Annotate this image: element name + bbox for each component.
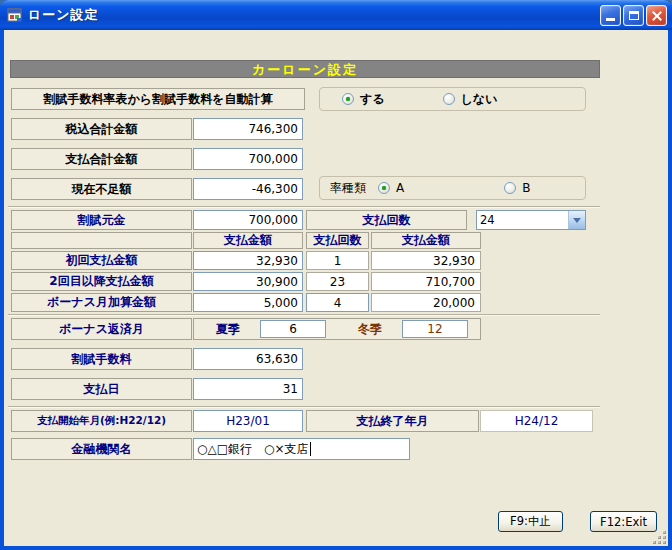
exit-button[interactable]: F12:Exit [590, 511, 657, 532]
radio-no[interactable] [443, 93, 455, 105]
radio-yes-label: する [360, 91, 385, 108]
total-incl-tax-label: 税込合計金額 [11, 118, 192, 140]
close-button[interactable] [646, 5, 667, 26]
close-icon [651, 10, 663, 22]
bank-name-label: 金融機関名 [11, 438, 192, 460]
chevron-down-icon [573, 218, 581, 223]
total-payment-label: 支払合計金額 [11, 148, 192, 170]
text-cursor [310, 442, 311, 456]
rate-a-label: A [396, 181, 404, 195]
winter-label: 冬季 [342, 320, 398, 338]
table-corner-cell [11, 232, 192, 249]
rate-type-label: 率種類 [330, 180, 366, 197]
app-icon [7, 7, 23, 23]
principal-label: 割賦元金 [11, 210, 192, 230]
first-payment-count: 1 [306, 251, 369, 270]
first-payment-label: 初回支払金額 [11, 251, 192, 270]
col-count-header: 支払回数 [306, 232, 369, 249]
window-title: ローン設定 [28, 6, 99, 24]
installment-fee-value[interactable]: 63,630 [193, 348, 303, 370]
subsequent-payment-label: 2回目以降支払金額 [11, 272, 192, 291]
rate-b-label: B [522, 181, 530, 195]
total-incl-tax-value[interactable]: 746,300 [193, 118, 303, 140]
bank-name-text: ○△□銀行 ○×支店 [197, 441, 309, 458]
bonus-addition-total: 20,000 [371, 293, 481, 312]
loan-settings-window: ローン設定 カーローン設定 割賦手数料率表から割賦手数料を自動計算 する しない… [0, 0, 672, 550]
principal-value[interactable]: 700,000 [193, 210, 303, 230]
separator [8, 314, 600, 316]
col-amount-header: 支払金額 [193, 232, 303, 249]
first-payment-amount[interactable]: 32,930 [193, 251, 303, 270]
col-total-header: 支払金額 [371, 232, 481, 249]
payment-day-label: 支払日 [11, 378, 192, 400]
combo-dropdown-button[interactable] [568, 211, 585, 229]
rate-type-group: 率種類 A B [319, 176, 586, 200]
maximize-button[interactable] [623, 5, 644, 26]
first-payment-total: 32,930 [371, 251, 481, 270]
auto-calc-radio-group: する しない [319, 87, 586, 111]
bonus-addition-amount[interactable]: 5,000 [193, 293, 303, 312]
radio-rate-b[interactable] [504, 182, 516, 194]
summer-month-value[interactable]: 6 [260, 320, 326, 338]
separator [8, 206, 600, 208]
period-end-label: 支払終了年月 [306, 410, 479, 432]
subsequent-payment-amount[interactable]: 30,900 [193, 272, 303, 291]
bonus-month-label: ボーナス返済月 [11, 318, 192, 340]
winter-month-value[interactable]: 12 [402, 320, 468, 338]
minimize-button[interactable] [600, 5, 621, 26]
payment-count-selected: 24 [477, 213, 568, 227]
period-end-value: H24/12 [480, 410, 593, 432]
shortfall-value[interactable]: -46,300 [193, 178, 303, 200]
dialog-body: カーローン設定 割賦手数料率表から割賦手数料を自動計算 する しない 税込合計金… [4, 30, 668, 546]
subsequent-payment-count: 23 [306, 272, 369, 291]
page-title: カーローン設定 [10, 60, 600, 78]
radio-rate-a[interactable] [378, 182, 390, 194]
resize-grip[interactable] [653, 531, 666, 544]
minimize-icon [606, 18, 615, 21]
payment-count-select[interactable]: 24 [476, 210, 586, 230]
maximize-icon [629, 11, 639, 20]
total-payment-value[interactable]: 700,000 [193, 148, 303, 170]
subsequent-payment-total: 710,700 [371, 272, 481, 291]
period-start-label: 支払開始年月(例:H22/12) [11, 410, 192, 432]
bonus-addition-label: ボーナス月加算金額 [11, 293, 192, 312]
bonus-addition-count[interactable]: 4 [306, 293, 369, 312]
payment-day-value[interactable]: 31 [193, 378, 303, 400]
cancel-button[interactable]: F9:中止 [498, 511, 563, 532]
payment-count-label: 支払回数 [306, 210, 467, 230]
shortfall-label: 現在不足額 [11, 178, 192, 200]
radio-yes[interactable] [342, 93, 354, 105]
radio-no-label: しない [461, 91, 498, 108]
summer-label: 夏季 [200, 320, 256, 338]
period-start-value[interactable]: H23/01 [193, 410, 303, 432]
title-bar: ローン設定 [0, 0, 672, 30]
auto-calc-label: 割賦手数料率表から割賦手数料を自動計算 [11, 88, 305, 110]
separator [8, 406, 600, 408]
installment-fee-label: 割賦手数料 [11, 348, 192, 370]
bank-name-input[interactable]: ○△□銀行 ○×支店 [193, 438, 410, 460]
